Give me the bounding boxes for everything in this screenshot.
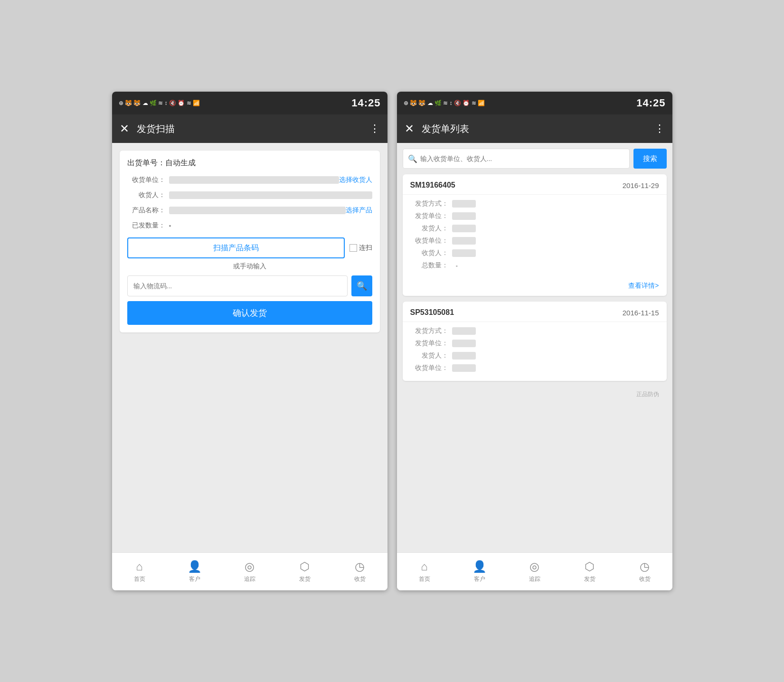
order-header-2: SP53105081 2016-11-15 [403,302,667,322]
order-ship-unit-1: 发货单位： [410,212,659,220]
nav-track-label-right: 追踪 [529,575,540,583]
clock-icon-left: ◷ [355,560,365,573]
target-icon-right: ◎ [529,560,539,573]
order-ship-method-2: 发货方式： [410,327,659,335]
app-bar-left: ✕ 发货扫描 ⋮ [112,114,387,143]
product-name-label: 产品名称： [127,206,165,215]
ship-unit-value-1 [452,212,476,220]
bottom-nav-left: ⌂ 首页 👤 客户 ◎ 追踪 ⬡ 发货 ◷ 收货 [112,552,387,590]
select-product-link[interactable]: 选择产品 [346,206,372,215]
receiver-person-label: 收货人： [127,191,165,199]
order-body-2: 发货方式： 发货单位： 发货人： 收货单位： [403,322,667,381]
nav-customer-label-left: 客户 [189,575,200,583]
nav-track-right[interactable]: ◎ 追踪 [507,560,562,583]
ship-unit-label-2: 发货单位： [410,339,448,348]
more-button-right[interactable]: ⋮ [654,123,665,135]
target-icon-left: ◎ [245,560,255,573]
recv-unit-label-2: 收货单位： [410,364,448,372]
search-button[interactable]: 搜索 [633,149,667,169]
manual-input-text: 或手动输入 [127,262,372,271]
order-header-1: SM19166405 2016-11-29 [403,174,667,195]
logistics-input[interactable] [127,275,348,296]
order-card-2: SP53105081 2016-11-15 发货方式： 发货单位： 发货人： 收… [403,302,667,381]
shipper-label-2: 发货人： [410,351,448,360]
recv-unit-label-1: 收货单位： [410,237,448,245]
nav-receive-left[interactable]: ◷ 收货 [332,560,387,583]
ship-unit-label-1: 发货单位： [410,212,448,220]
nav-customer-label-right: 客户 [474,575,485,583]
status-time-left: 14:25 [351,97,380,109]
nav-ship-left[interactable]: ⬡ 发货 [277,560,332,583]
ship-method-value-1 [452,200,476,208]
select-receiver-link[interactable]: 选择收货人 [339,176,372,184]
recv-unit-value-2 [452,364,476,372]
detail-link-1[interactable]: 查看详情> [628,282,659,289]
nav-ship-label-right: 发货 [584,575,595,583]
nav-customer-right[interactable]: 👤 客户 [452,560,507,583]
ship-method-label-1: 发货方式： [410,199,448,208]
content-left: 出货单号：自动生成 收货单位： 选择收货人 收货人： 产品名称： 选择产品 已发… [112,143,387,552]
order-card-1: SM19166405 2016-11-29 发货方式： 发货单位： 发货人： 收… [403,174,667,296]
confirm-shipment-button[interactable]: 确认发货 [127,301,372,325]
status-icons-left: ⊕ 🐯 🐯 ☁ 🌿 ≋ ↕ 🔇 ⏰ ≋ 📶 [119,100,200,106]
order-shipper-2: 发货人： [410,351,659,360]
close-button-left[interactable]: ✕ [120,122,129,135]
nav-customer-left[interactable]: 👤 客户 [167,560,222,583]
box-icon-right: ⬡ [585,560,595,573]
scan-barcode-button[interactable]: 扫描产品条码 [127,237,345,258]
scan-row: 扫描产品条码 连扫 [127,237,372,258]
order-recv-unit-1: 收货单位： [410,237,659,245]
box-icon-left: ⬡ [300,560,310,573]
nav-receive-right[interactable]: ◷ 收货 [617,560,672,583]
close-button-right[interactable]: ✕ [405,122,414,135]
logistics-search-button[interactable]: 🔍 [351,275,372,296]
home-icon-right: ⌂ [421,560,428,573]
order-id-2: SP53105081 [410,308,454,317]
person-icon-left: 👤 [188,560,202,573]
ship-method-label-2: 发货方式： [410,327,448,335]
receiver-unit-row: 收货单位： 选择收货人 [127,176,372,184]
left-phone: ⊕ 🐯 🐯 ☁ 🌿 ≋ ↕ 🔇 ⏰ ≋ 📶 14:25 ✕ 发货扫描 ⋮ 出货单… [112,92,387,590]
search-input-wrap: 🔍 [403,149,630,169]
total-qty-value-1: ▪ [452,262,476,269]
home-icon-left: ⌂ [136,560,143,573]
order-date-2: 2016-11-15 [623,309,659,317]
right-phone: ⊕ 🐯 🐯 ☁ 🌿 ≋ ↕ 🔇 ⏰ ≋ 📶 14:25 ✕ 发货单列表 ⋮ 🔍 … [397,92,672,590]
ship-unit-value-2 [452,340,476,347]
product-name-value [169,207,346,214]
continuous-scan-checkbox-row: 连扫 [349,244,372,252]
order-ship-method-1: 发货方式： [410,199,659,208]
receiver-label-1: 收货人： [410,249,448,257]
status-icons-right: ⊕ 🐯 🐯 ☁ 🌿 ≋ ↕ 🔇 ⏰ ≋ 📶 [404,100,485,106]
total-qty-label-1: 总数量： [410,261,448,270]
receiver-person-row: 收货人： [127,191,372,199]
order-total-qty-1: 总数量： ▪ [410,261,659,270]
nav-home-right[interactable]: ⌂ 首页 [397,560,452,583]
search-input[interactable] [420,149,624,168]
bottom-nav-right: ⌂ 首页 👤 客户 ◎ 追踪 ⬡ 发货 ◷ 收货 [397,552,672,590]
continuous-scan-label: 连扫 [359,244,372,252]
continuous-scan-checkbox[interactable] [349,244,357,252]
order-shipper-1: 发货人： [410,224,659,233]
recv-unit-value-1 [452,237,476,245]
receiver-value-1 [452,249,476,257]
shipper-value-2 [452,352,476,360]
nav-ship-right[interactable]: ⬡ 发货 [562,560,617,583]
search-icon-right: 🔍 [408,154,417,163]
order-recv-unit-2: 收货单位： [410,364,659,372]
receiver-person-value [169,191,372,199]
order-footer-1: 查看详情> [403,278,667,296]
nav-receive-label-left: 收货 [354,575,366,583]
nav-track-left[interactable]: ◎ 追踪 [222,560,277,583]
order-number-label: 出货单号：自动生成 [127,158,372,168]
watermark: 正品防伪 [403,387,667,402]
status-bar-left: ⊕ 🐯 🐯 ☁ 🌿 ≋ ↕ 🔇 ⏰ ≋ 📶 14:25 [112,92,387,114]
more-button-left[interactable]: ⋮ [369,123,380,135]
product-name-row: 产品名称： 选择产品 [127,206,372,215]
order-date-1: 2016-11-29 [623,181,659,189]
page-title-right: 发货单列表 [422,123,654,135]
nav-home-left[interactable]: ⌂ 首页 [112,560,167,583]
shipped-qty-value: ▪ [169,222,372,229]
shipper-value-1 [452,225,476,232]
order-id-1: SM19166405 [410,181,455,189]
